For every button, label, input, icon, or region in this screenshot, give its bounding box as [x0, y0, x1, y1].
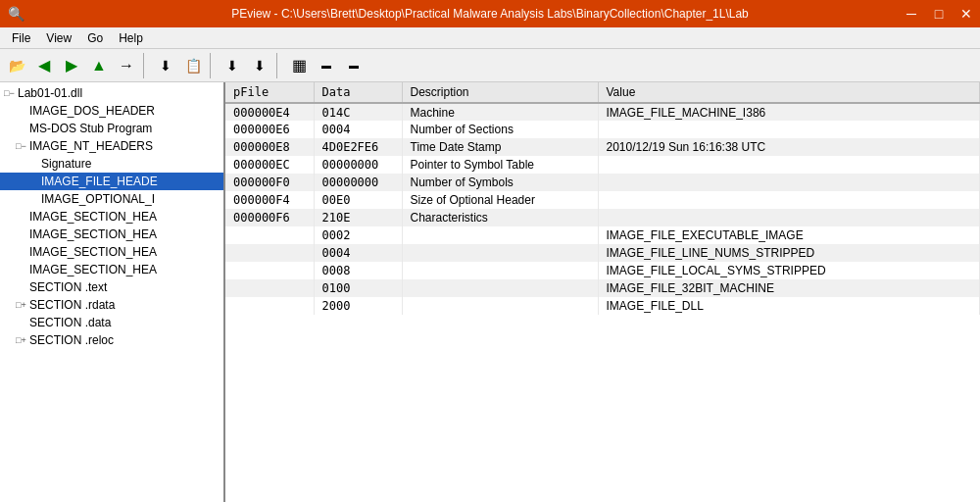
table-cell-data: 0002	[314, 226, 402, 244]
table-cell-value	[598, 209, 980, 226]
minimize-button[interactable]: ─	[898, 0, 925, 27]
table-row[interactable]: 000000E84D0E2FE6Time Date Stamp2010/12/1…	[225, 138, 980, 156]
col-header-value: Value	[598, 82, 980, 103]
table-cell-data: 210E	[314, 209, 402, 226]
table-cell-value	[598, 191, 980, 209]
table-cell-value	[598, 156, 980, 174]
toolbar-forward[interactable]: ▶	[59, 53, 84, 78]
tree-item-label: SECTION .rdata	[29, 298, 115, 312]
menu-bar: File View Go Help	[0, 27, 980, 49]
toolbar: 📂 ◀ ▶ ▲ → ⬇ 📋 ⬇ ⬇ ▦ ▬ ▬	[0, 49, 980, 82]
tree-expand-icon: □−	[16, 141, 27, 151]
toolbar-download1[interactable]: ⬇	[220, 53, 245, 78]
table-row[interactable]: 000000E60004Number of Sections	[225, 121, 980, 138]
menu-file[interactable]: File	[4, 29, 38, 47]
toolbar-download2[interactable]: ⬇	[247, 53, 272, 78]
table-cell-data: 014C	[314, 103, 402, 121]
tree-panel: □−Lab01-01.dll IMAGE_DOS_HEADER MS-DOS S…	[0, 82, 225, 502]
table-row[interactable]: 000000EC00000000Pointer to Symbol Table	[225, 156, 980, 174]
tree-expand-icon: □+	[16, 300, 27, 310]
tree-item[interactable]: MS-DOS Stub Program	[0, 120, 223, 137]
toolbar-grid[interactable]: ▦	[286, 53, 312, 78]
close-button[interactable]: ✕	[953, 0, 980, 27]
table-cell-description: Time Date Stamp	[402, 138, 598, 156]
tree-container: □−Lab01-01.dll IMAGE_DOS_HEADER MS-DOS S…	[0, 84, 223, 349]
table-cell-pfile	[225, 226, 314, 244]
table-cell-data: 2000	[314, 297, 402, 315]
tree-item[interactable]: □+SECTION .rdata	[0, 296, 223, 314]
toolbar-back[interactable]: ◀	[31, 53, 57, 78]
table-row[interactable]: 0008IMAGE_FILE_LOCAL_SYMS_STRIPPED	[225, 262, 980, 279]
toolbar-small[interactable]: ▬	[314, 53, 339, 78]
table-row[interactable]: 0002IMAGE_FILE_EXECUTABLE_IMAGE	[225, 226, 980, 244]
table-cell-description: Characteristics	[402, 209, 598, 226]
table-cell-data: 0004	[314, 244, 402, 262]
window-controls: ─ □ ✕	[898, 0, 980, 27]
tree-item[interactable]: IMAGE_SECTION_HEA	[0, 243, 223, 261]
table-row[interactable]: 0100IMAGE_FILE_32BIT_MACHINE	[225, 279, 980, 297]
table-row[interactable]: 000000F000000000Number of Symbols	[225, 174, 980, 191]
table-cell-value	[598, 174, 980, 191]
maximize-button[interactable]: □	[925, 0, 953, 27]
tree-item[interactable]: IMAGE_DOS_HEADER	[0, 102, 223, 120]
menu-help[interactable]: Help	[111, 29, 151, 47]
col-header-desc: Description	[402, 82, 598, 103]
tree-item[interactable]: IMAGE_SECTION_HEA	[0, 261, 223, 278]
tree-item[interactable]: SECTION .data	[0, 314, 223, 331]
table-cell-description	[402, 262, 598, 279]
table-cell-description	[402, 297, 598, 315]
tree-item[interactable]: IMAGE_FILE_HEADE	[0, 173, 223, 190]
table-cell-pfile	[225, 244, 314, 262]
tree-item[interactable]: □+SECTION .reloc	[0, 331, 223, 349]
col-header-pfile: pFile	[225, 82, 314, 103]
tree-item-label: IMAGE_SECTION_HEA	[29, 263, 157, 276]
tree-item[interactable]: IMAGE_SECTION_HEA	[0, 226, 223, 243]
tree-item-label: IMAGE_NT_HEADERS	[29, 139, 153, 153]
table-cell-data: 0100	[314, 279, 402, 297]
tree-item[interactable]: SECTION .text	[0, 278, 223, 296]
tree-item[interactable]: IMAGE_SECTION_HEA	[0, 208, 223, 226]
menu-go[interactable]: Go	[79, 29, 111, 47]
app-icon: 🔍	[8, 6, 24, 22]
table-cell-description: Number of Symbols	[402, 174, 598, 191]
table-row[interactable]: 0004IMAGE_FILE_LINE_NUMS_STRIPPED	[225, 244, 980, 262]
tree-item-label: SECTION .text	[29, 280, 107, 294]
tree-item[interactable]: IMAGE_OPTIONAL_I	[0, 190, 223, 208]
toolbar-wide[interactable]: ▬	[341, 53, 367, 78]
table-cell-data: 4D0E2FE6	[314, 138, 402, 156]
table-cell-value: IMAGE_FILE_DLL	[598, 297, 980, 315]
table-cell-value: IMAGE_FILE_32BIT_MACHINE	[598, 279, 980, 297]
tree-item[interactable]: □−IMAGE_NT_HEADERS	[0, 137, 223, 155]
table-cell-data: 0008	[314, 262, 402, 279]
table-row[interactable]: 000000E4014CMachineIMAGE_FILE_MACHINE_I3…	[225, 103, 980, 121]
tree-item[interactable]: Signature	[0, 155, 223, 173]
tree-expand-icon: □+	[16, 335, 27, 345]
table-cell-pfile	[225, 279, 314, 297]
table-cell-value: IMAGE_FILE_MACHINE_I386	[598, 103, 980, 121]
table-cell-description	[402, 279, 598, 297]
tree-item-label: IMAGE_SECTION_HEA	[29, 245, 157, 259]
tree-item-label: SECTION .data	[29, 316, 111, 329]
toolbar-open[interactable]: 📂	[4, 53, 29, 78]
toolbar-export[interactable]: 📋	[180, 53, 206, 78]
toolbar-sep-3	[276, 53, 282, 78]
col-header-data: Data	[314, 82, 402, 103]
table-cell-pfile: 000000E6	[225, 121, 314, 138]
table-row[interactable]: 000000F400E0Size of Optional Header	[225, 191, 980, 209]
table-cell-pfile: 000000E4	[225, 103, 314, 121]
tree-item-label: IMAGE_SECTION_HEA	[29, 210, 157, 224]
tree-item-label: IMAGE_SECTION_HEA	[29, 227, 157, 241]
table-row[interactable]: 2000IMAGE_FILE_DLL	[225, 297, 980, 315]
table-cell-data: 0004	[314, 121, 402, 138]
toolbar-up[interactable]: ▲	[86, 53, 112, 78]
table-cell-pfile: 000000EC	[225, 156, 314, 174]
table-cell-description: Number of Sections	[402, 121, 598, 138]
toolbar-import[interactable]: ⬇	[153, 53, 178, 78]
tree-item[interactable]: □−Lab01-01.dll	[0, 84, 223, 102]
toolbar-sep-1	[143, 53, 149, 78]
table-cell-description	[402, 226, 598, 244]
table-row[interactable]: 000000F6210ECharacteristics	[225, 209, 980, 226]
menu-view[interactable]: View	[38, 29, 79, 47]
toolbar-arrow[interactable]: →	[114, 53, 139, 78]
toolbar-sep-2	[210, 53, 216, 78]
